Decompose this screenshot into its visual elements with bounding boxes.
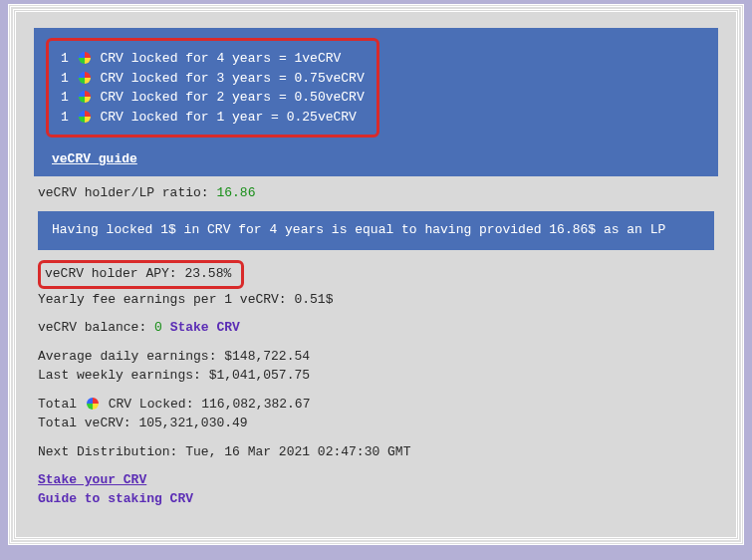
lock-token: CRV xyxy=(100,110,123,125)
balance-label: veCRV balance: xyxy=(38,320,154,335)
totals-block: Total CRV Locked: 116,082,382.67 Total v… xyxy=(38,396,714,433)
total-prefix: Total xyxy=(38,397,85,412)
yearly-fee-line: Yearly fee earnings per 1 veCRV: 0.51$ xyxy=(38,291,714,310)
guide-staking-link[interactable]: Guide to staking CRV xyxy=(38,491,193,506)
crv-token-icon xyxy=(79,72,91,84)
total-locked-line: Total CRV Locked: 116,082,382.67 xyxy=(38,396,714,415)
footer-links: Stake your CRV Guide to staking CRV xyxy=(38,471,714,509)
balance-value: 0 xyxy=(154,320,162,335)
lock-text: locked for 1 year = 0.25veCRV xyxy=(131,110,357,125)
lock-rule: 1 CRV locked for 4 years = 1veCRV xyxy=(61,49,365,69)
lock-token: CRV xyxy=(100,51,123,66)
balance-line: veCRV balance: 0 Stake CRV xyxy=(38,319,714,338)
crv-token-icon xyxy=(87,398,99,410)
lock-text: locked for 2 years = 0.50veCRV xyxy=(131,90,365,105)
lock-rule: 1 CRV locked for 1 year = 0.25veCRV xyxy=(61,108,365,128)
lock-prefix: 1 xyxy=(61,71,69,86)
lock-prefix: 1 xyxy=(61,51,69,66)
total-vecrv-line: Total veCRV: 105,321,030.49 xyxy=(38,415,714,433)
content-panel: 1 CRV locked for 4 years = 1veCRV 1 CRV … xyxy=(13,9,739,540)
ratio-label: veCRV holder/LP ratio: xyxy=(38,185,216,200)
lock-text: locked for 3 years = 0.75veCRV xyxy=(131,71,365,86)
ratio-line: veCRV holder/LP ratio: 16.86 xyxy=(38,184,714,203)
lock-rules-highlight: 1 CRV locked for 4 years = 1veCRV 1 CRV … xyxy=(46,38,379,138)
lock-token: CRV xyxy=(100,71,123,86)
apy-highlight: veCRV holder APY: 23.58% xyxy=(38,260,244,289)
lock-token: CRV xyxy=(100,90,123,105)
body-content: veCRV holder/LP ratio: 16.86 Having lock… xyxy=(34,176,718,509)
total-rest: Locked: 116,082,382.67 xyxy=(139,397,311,412)
lock-rule: 1 CRV locked for 2 years = 0.50veCRV xyxy=(61,88,365,108)
next-dist-line: Next Distribution: Tue, 16 Mar 2021 02:4… xyxy=(38,443,714,462)
earnings-block: Average daily earnings: $148,722.54 Last… xyxy=(38,348,714,386)
crv-token-icon xyxy=(79,91,91,103)
equivalence-banner: Having locked 1$ in CRV for 4 years is e… xyxy=(38,211,714,250)
apy-value: 23.58% xyxy=(184,266,231,281)
stake-crv-link[interactable]: Stake CRV xyxy=(170,320,240,335)
vecrv-guide-link[interactable]: veCRV guide xyxy=(52,151,137,166)
window-frame: 1 CRV locked for 4 years = 1veCRV 1 CRV … xyxy=(8,4,744,545)
lock-rule: 1 CRV locked for 3 years = 0.75veCRV xyxy=(61,69,365,89)
lock-info-box: 1 CRV locked for 4 years = 1veCRV 1 CRV … xyxy=(34,28,718,176)
total-token: CRV xyxy=(109,397,131,412)
apy-label: veCRV holder APY: xyxy=(45,266,184,281)
avg-daily-line: Average daily earnings: $148,722.54 xyxy=(38,348,714,367)
lock-text: locked for 4 years = 1veCRV xyxy=(131,51,342,66)
lock-prefix: 1 xyxy=(61,90,69,105)
crv-token-icon xyxy=(79,111,91,123)
last-weekly-line: Last weekly earnings: $1,041,057.75 xyxy=(38,367,714,386)
lock-prefix: 1 xyxy=(61,110,69,125)
ratio-value: 16.86 xyxy=(216,185,255,200)
crv-token-icon xyxy=(79,52,91,64)
stake-your-crv-link[interactable]: Stake your CRV xyxy=(38,472,146,487)
